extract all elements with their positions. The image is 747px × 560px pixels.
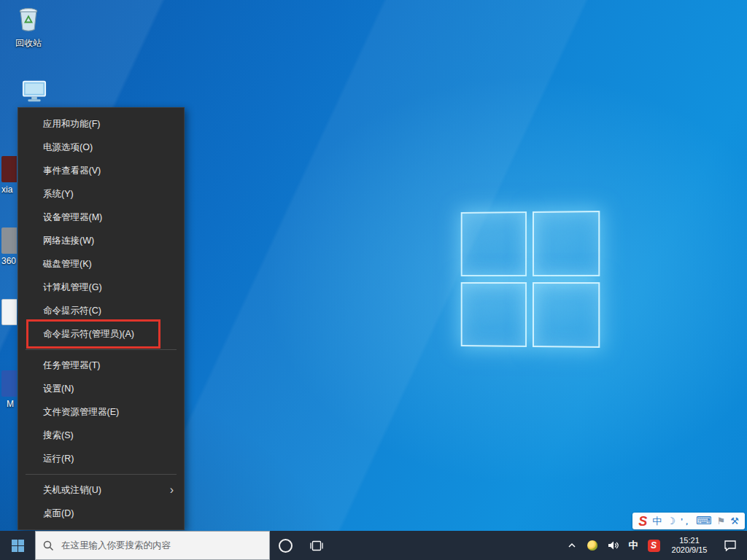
windows-logo-pane	[461, 211, 527, 276]
menu-item[interactable]: 命令提示符(C)	[18, 299, 184, 322]
windows-logo-pane	[461, 282, 527, 347]
menu-item[interactable]: 磁盘管理(K)	[18, 252, 184, 276]
taskbar: 中 S 15:21 2020/9/15	[0, 531, 747, 560]
desktop-icon-label: M	[1, 399, 17, 409]
task-view-icon	[310, 540, 323, 551]
menu-item[interactable]: 事件查看器(V)	[18, 159, 184, 182]
sogou-icon: S	[648, 540, 660, 552]
tray-ime-indicator[interactable]: 中	[624, 531, 642, 560]
desktop-icon-partial-360[interactable]: 360	[1, 228, 17, 266]
document-icon	[1, 299, 17, 325]
search-icon	[43, 540, 54, 551]
desktop-icon-computer[interactable]	[13, 79, 55, 108]
tray-volume[interactable]	[604, 531, 622, 560]
search-input[interactable]	[60, 540, 262, 551]
volume-icon	[607, 540, 619, 551]
safety-icon	[587, 540, 597, 551]
system-tray: 中 S 15:21 2020/9/15	[563, 531, 747, 560]
app-icon	[1, 156, 17, 182]
menu-item[interactable]: 关机或注销(U)	[18, 478, 184, 502]
menu-item[interactable]: 任务管理器(T)	[18, 354, 184, 377]
menu-item[interactable]: 搜索(S)	[18, 424, 184, 447]
ime-language-label: 中	[629, 539, 638, 552]
menu-item[interactable]: 网络连接(W)	[18, 229, 184, 252]
ime-mode-indicator[interactable]: 中	[652, 514, 662, 529]
desktop-icon-partial-xia[interactable]: xia	[1, 156, 17, 195]
chevron-up-icon	[568, 542, 576, 548]
punctuation-icon[interactable]	[681, 514, 691, 529]
desktop-icon-label: 360	[1, 256, 17, 266]
recycle-bin-icon	[15, 5, 42, 33]
taskbar-search[interactable]	[35, 531, 270, 560]
menu-item[interactable]: 文件资源管理器(E)	[18, 400, 184, 424]
tray-safety[interactable]	[584, 531, 601, 560]
menu-item[interactable]: 设置(N)	[18, 377, 184, 400]
windows-start-icon	[12, 540, 24, 552]
menu-item[interactable]: 计算机管理(G)	[18, 276, 184, 299]
cortana-icon	[279, 539, 293, 553]
flag-icon[interactable]	[717, 514, 726, 529]
action-center-button[interactable]	[716, 531, 744, 560]
app-icon	[1, 370, 17, 397]
windows-logo-pane	[533, 282, 600, 348]
menu-separator	[26, 349, 177, 350]
menu-separator	[26, 474, 177, 475]
taskbar-empty-area	[333, 531, 563, 560]
menu-item[interactable]: 应用和功能(F)	[18, 112, 184, 136]
desktop-icon-label: 回收站	[7, 37, 50, 50]
tray-clock[interactable]: 15:21 2020/9/15	[665, 531, 713, 560]
cortana-button[interactable]	[270, 531, 301, 560]
app-icon	[1, 228, 17, 254]
desktop-icon-partial-m[interactable]: M	[1, 370, 17, 409]
sogou-logo-icon[interactable]: S	[638, 514, 647, 529]
menu-item[interactable]: 桌面(D)	[18, 502, 184, 525]
tray-sogou[interactable]: S	[645, 531, 662, 560]
action-center-icon	[724, 540, 737, 551]
menu-item[interactable]: 运行(R)	[18, 447, 184, 470]
task-view-button[interactable]	[301, 531, 333, 560]
clock-date: 2020/9/15	[665, 545, 713, 555]
moon-icon[interactable]	[667, 514, 676, 529]
sogou-language-bar[interactable]: S 中	[632, 513, 745, 529]
menu-item[interactable]: 设备管理器(M)	[18, 206, 184, 229]
menu-item-highlighted[interactable]: 命令提示符(管理员)(A)	[18, 322, 184, 346]
menu-item[interactable]: 电源选项(O)	[18, 136, 184, 159]
clock-time: 15:21	[665, 536, 713, 545]
menu-item[interactable]: 系统(Y)	[18, 182, 184, 206]
desktop[interactable]: 回收站 xia 360 M 应用和功能(F)电源选项(O)事件查看器(V)系统(…	[0, 0, 747, 560]
win-x-menu: 应用和功能(F)电源选项(O)事件查看器(V)系统(Y)设备管理器(M)网络连接…	[18, 107, 185, 530]
tray-chevron-up[interactable]	[563, 531, 581, 560]
start-button[interactable]	[0, 531, 35, 560]
desktop-icon-partial-doc[interactable]	[1, 299, 17, 325]
keyboard-icon[interactable]	[696, 513, 712, 529]
computer-icon	[20, 79, 48, 104]
desktop-icon-label: xia	[1, 184, 17, 195]
desktop-icon-recycle-bin[interactable]: 回收站	[7, 5, 50, 50]
windows-logo	[461, 211, 600, 348]
windows-logo-pane	[533, 211, 600, 276]
toolbox-icon[interactable]	[730, 514, 739, 529]
